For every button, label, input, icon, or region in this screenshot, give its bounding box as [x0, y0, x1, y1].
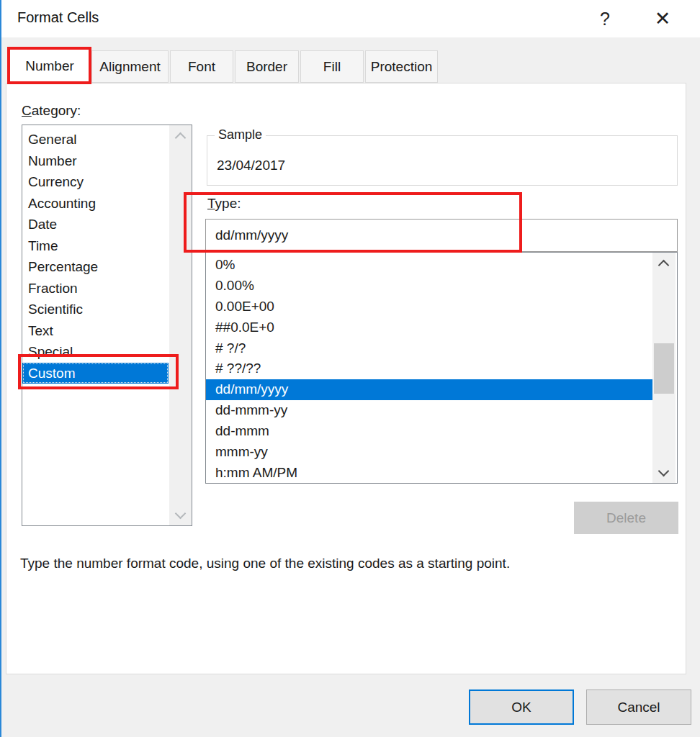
- category-scroll-up-button[interactable]: [169, 128, 192, 147]
- category-item-general[interactable]: General: [22, 129, 169, 150]
- tab-alignment[interactable]: Alignment: [91, 50, 169, 83]
- format-code-item[interactable]: dd-mmm-yy: [206, 400, 652, 421]
- category-item-special[interactable]: Special: [22, 341, 169, 363]
- category-items: General Number Currency Accounting Date …: [22, 125, 169, 384]
- description-text: Type the number format code, using one o…: [20, 556, 683, 571]
- category-item-currency[interactable]: Currency: [22, 171, 169, 193]
- category-item-scientific[interactable]: Scientific: [22, 299, 169, 320]
- category-scrollbar[interactable]: [169, 125, 192, 525]
- category-label-rest: ategory:: [32, 103, 81, 118]
- type-label: Type:: [207, 196, 241, 212]
- sample-groupbox: Sample 23/04/2017: [207, 135, 678, 186]
- category-item-percentage[interactable]: Percentage: [22, 256, 169, 278]
- cancel-button[interactable]: Cancel: [586, 689, 691, 725]
- format-code-items: 0% 0.00% 0.00E+00 ##0.0E+0 # ?/? # ??/??…: [206, 253, 652, 484]
- type-input[interactable]: dd/mm/yyyy: [205, 219, 678, 252]
- type-label-rest: ype:: [215, 196, 241, 211]
- format-code-item[interactable]: 0.00%: [206, 276, 652, 297]
- dialog-title: Format Cells: [17, 9, 99, 26]
- category-item-fraction[interactable]: Fraction: [22, 278, 169, 299]
- tab-border[interactable]: Border: [235, 50, 299, 83]
- close-button[interactable]: ✕: [648, 4, 677, 33]
- type-label-accel: T: [207, 196, 215, 211]
- category-item-date[interactable]: Date: [22, 214, 169, 235]
- help-icon: ?: [600, 9, 610, 30]
- format-code-item[interactable]: # ??/??: [206, 358, 652, 379]
- category-item-number[interactable]: Number: [22, 150, 169, 172]
- format-scroll-up-button[interactable]: [652, 256, 675, 274]
- chevron-down-icon: [658, 465, 670, 476]
- ok-button[interactable]: OK: [469, 689, 574, 725]
- format-code-item-selected[interactable]: dd/mm/yyyy: [206, 379, 652, 400]
- category-item-text[interactable]: Text: [22, 320, 169, 342]
- format-code-item[interactable]: mmm-yy: [206, 442, 652, 463]
- sample-value: 23/04/2017: [217, 158, 285, 173]
- category-item-accounting[interactable]: Accounting: [22, 193, 169, 214]
- window-accent-border: [0, 0, 1, 737]
- tab-font[interactable]: Font: [170, 50, 233, 83]
- format-cells-dialog: Format Cells ? ✕ Number Alignment Font B…: [0, 0, 700, 737]
- scrollbar-thumb[interactable]: [654, 343, 674, 394]
- delete-button[interactable]: Delete: [574, 502, 678, 534]
- format-codes-listbox: 0% 0.00% 0.00E+00 ##0.0E+0 # ?/? # ??/??…: [205, 252, 678, 484]
- tab-number[interactable]: Number: [9, 48, 90, 83]
- format-code-item[interactable]: dd-mmm: [206, 421, 652, 442]
- tab-protection[interactable]: Protection: [365, 50, 438, 83]
- category-label-accel: C: [22, 103, 32, 118]
- format-codes-scrollbar[interactable]: [652, 253, 676, 483]
- titlebar: Format Cells ? ✕: [1, 0, 700, 37]
- close-icon: ✕: [655, 7, 671, 30]
- category-label: Category:: [22, 103, 81, 119]
- category-item-time[interactable]: Time: [22, 235, 169, 257]
- chevron-down-icon: [175, 507, 187, 519]
- format-code-item[interactable]: # ?/?: [206, 338, 652, 359]
- chevron-up-icon: [658, 259, 670, 271]
- help-button[interactable]: ?: [591, 4, 619, 33]
- format-code-item[interactable]: 0.00E+00: [206, 297, 652, 317]
- format-code-item[interactable]: ##0.0E+0: [206, 317, 652, 338]
- category-item-custom[interactable]: Custom: [22, 363, 169, 384]
- tab-fill[interactable]: Fill: [300, 50, 364, 83]
- format-scroll-down-button[interactable]: [652, 461, 675, 480]
- category-scroll-down-button[interactable]: [169, 504, 192, 523]
- category-listbox: General Number Currency Accounting Date …: [22, 125, 192, 526]
- chevron-up-icon: [175, 132, 187, 143]
- format-code-item[interactable]: 0%: [206, 255, 652, 276]
- format-code-item[interactable]: h:mm AM/PM: [206, 463, 652, 484]
- sample-legend: Sample: [215, 127, 266, 143]
